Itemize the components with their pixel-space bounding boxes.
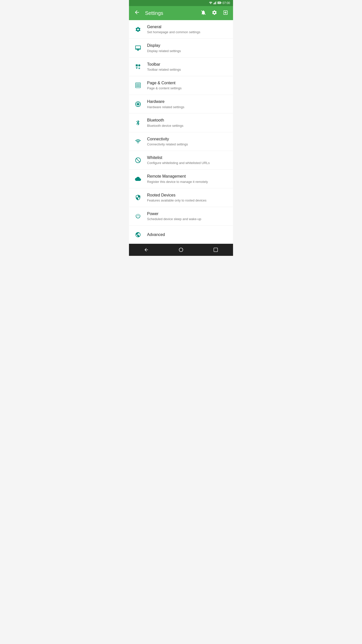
wifi-icon	[209, 1, 212, 5]
power-text: Power Scheduled device sleep and wake-up	[147, 211, 229, 221]
power-subtitle: Scheduled device sleep and wake-up	[147, 217, 229, 221]
hardware-text: Hardware Hardware related settings	[147, 99, 229, 109]
svg-line-32	[136, 158, 140, 162]
svg-point-33	[179, 248, 183, 252]
bluetooth-subtitle: Bluetooth device settings	[147, 124, 229, 128]
settings-item-hardware[interactable]: Hardware Hardware related settings	[129, 95, 233, 113]
bluetooth-text: Bluetooth Bluetooth device settings	[147, 117, 229, 128]
alarm-off-button[interactable]	[200, 10, 207, 17]
bluetooth-title: Bluetooth	[147, 117, 229, 123]
remote-management-title: Remote Management	[147, 174, 229, 179]
svg-rect-4	[215, 2, 216, 4]
svg-rect-3	[215, 2, 215, 4]
settings-item-connectivity[interactable]: Connectivity Connectivity related settin…	[129, 132, 233, 151]
svg-rect-34	[214, 248, 218, 252]
settings-item-whitelist[interactable]: Whitelist Configure whitelisting and whi…	[129, 151, 233, 170]
whitelist-text: Whitelist Configure whitelisting and whi…	[147, 155, 229, 165]
remote-management-subtitle: Register this device to manage it remote…	[147, 180, 229, 184]
toolbar-text: Toolbar Toolbar related settings	[147, 62, 229, 72]
settings-item-rooted-devices[interactable]: Rooted Devices Features available only t…	[129, 188, 233, 207]
logout-button[interactable]	[222, 10, 229, 17]
connectivity-subtitle: Connectivity related settings	[147, 142, 229, 147]
general-subtitle: Set homepage and common settings	[147, 30, 229, 34]
remote-management-text: Remote Management Register this device t…	[147, 174, 229, 184]
display-icon	[133, 43, 143, 53]
power-icon	[133, 211, 143, 221]
svg-point-12	[138, 64, 140, 66]
bluetooth-icon	[133, 118, 143, 128]
rooted-devices-subtitle: Features available only to rooted device…	[147, 198, 229, 203]
settings-item-page-content[interactable]: Page & Content Page & content settings	[129, 76, 233, 95]
general-title: General	[147, 24, 229, 30]
svg-rect-2	[214, 3, 215, 4]
svg-rect-1	[213, 3, 214, 4]
app-toolbar: Settings	[129, 6, 233, 20]
hardware-title: Hardware	[147, 99, 229, 104]
display-subtitle: Display related settings	[147, 49, 229, 53]
nav-recents-button[interactable]	[208, 248, 223, 252]
rooted-devices-title: Rooted Devices	[147, 192, 229, 198]
svg-marker-13	[136, 67, 138, 69]
page-content-icon	[133, 80, 143, 90]
settings-button[interactable]	[211, 10, 218, 17]
settings-list: General Set homepage and common settings…	[129, 20, 233, 244]
power-title: Power	[147, 211, 229, 217]
display-text: Display Display related settings	[147, 43, 229, 53]
hardware-icon	[133, 99, 143, 109]
whitelist-title: Whitelist	[147, 155, 229, 160]
page-content-subtitle: Page & content settings	[147, 86, 229, 91]
settings-item-advanced[interactable]: Advanced	[129, 226, 233, 244]
toolbar-actions	[200, 10, 229, 17]
nav-home-button[interactable]	[173, 247, 189, 252]
rooted-devices-icon	[133, 192, 143, 203]
settings-item-toolbar[interactable]: Toolbar Toolbar related settings	[129, 58, 233, 76]
connectivity-title: Connectivity	[147, 136, 229, 142]
whitelist-icon	[133, 155, 143, 165]
advanced-icon	[133, 230, 143, 240]
page-title: Settings	[145, 10, 196, 16]
settings-item-display[interactable]: Display Display related settings	[129, 39, 233, 57]
svg-rect-11	[136, 64, 138, 66]
hardware-subtitle: Hardware related settings	[147, 105, 229, 109]
svg-text:100: 100	[218, 2, 220, 4]
toolbar-title-item: Toolbar	[147, 62, 229, 67]
status-time: 07:00	[222, 1, 230, 5]
advanced-text: Advanced	[147, 232, 229, 237]
svg-rect-5	[216, 1, 216, 4]
svg-point-0	[210, 4, 211, 4]
general-text: General Set homepage and common settings	[147, 24, 229, 34]
display-title: Display	[147, 43, 229, 48]
toolbar-subtitle: Toolbar related settings	[147, 68, 229, 72]
settings-item-remote-management[interactable]: Remote Management Register this device t…	[129, 170, 233, 188]
signal-icon	[213, 1, 216, 5]
remote-management-icon	[133, 174, 143, 184]
battery-icon: 100	[217, 1, 221, 5]
toolbar-icon	[133, 62, 143, 72]
page-content-text: Page & Content Page & content settings	[147, 80, 229, 91]
nav-back-button[interactable]	[139, 247, 154, 252]
status-icons: 100 07:00	[209, 1, 230, 5]
general-icon	[133, 24, 143, 34]
navigation-bar	[129, 244, 233, 256]
status-bar: 100 07:00	[129, 0, 233, 6]
back-button[interactable]	[133, 9, 141, 17]
whitelist-subtitle: Configure whitelisting and whitelisted U…	[147, 161, 229, 165]
svg-rect-7	[221, 2, 221, 3]
connectivity-icon	[133, 136, 143, 146]
rooted-devices-text: Rooted Devices Features available only t…	[147, 192, 229, 203]
advanced-title: Advanced	[147, 232, 229, 237]
page-content-title: Page & Content	[147, 80, 229, 86]
settings-item-power[interactable]: Power Scheduled device sleep and wake-up	[129, 207, 233, 226]
settings-item-bluetooth[interactable]: Bluetooth Bluetooth device settings	[129, 113, 233, 132]
connectivity-text: Connectivity Connectivity related settin…	[147, 136, 229, 147]
settings-item-general[interactable]: General Set homepage and common settings	[129, 20, 233, 39]
svg-rect-18	[137, 103, 139, 105]
